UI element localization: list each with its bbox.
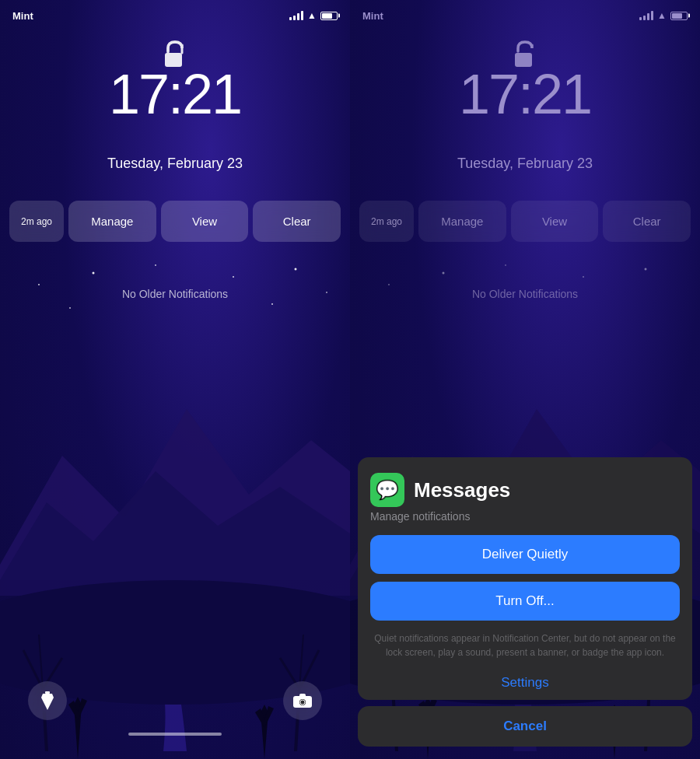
left-no-older-label: No Older Notifications xyxy=(122,288,228,300)
svg-point-19 xyxy=(155,264,156,266)
left-manage-button[interactable]: Manage xyxy=(68,201,156,242)
right-notif-row: 2m ago Manage View Clear xyxy=(359,201,691,242)
right-date-display: Tuesday, February 23 xyxy=(457,156,593,172)
left-phone-panel: Mint ▲ 17:21 Tuesday, February 23 xyxy=(0,0,350,759)
turn-off-button[interactable]: Turn Off... xyxy=(370,582,680,621)
right-view-button[interactable]: View xyxy=(511,201,599,242)
right-status-bar: Mint ▲ xyxy=(350,0,700,31)
left-wifi-icon: ▲ xyxy=(307,10,317,21)
svg-point-18 xyxy=(93,272,95,275)
svg-point-21 xyxy=(295,268,297,271)
right-carrier-label: Mint xyxy=(362,10,383,22)
right-phone-panel: Mint ▲ 17:21 Tuesday, February 23 2m ago xyxy=(350,0,700,759)
svg-point-46 xyxy=(388,284,390,285)
left-notification-area: 2m ago Manage View Clear xyxy=(9,201,341,242)
svg-point-49 xyxy=(583,276,584,278)
right-manage-button[interactable]: Manage xyxy=(418,201,506,242)
left-bottom-icons xyxy=(0,681,350,720)
left-clear-button[interactable]: Clear xyxy=(253,201,341,242)
popup-description: Quiet notifications appear in Notificati… xyxy=(370,625,680,666)
svg-point-24 xyxy=(271,303,273,305)
popup-app-title: Messages xyxy=(414,478,510,502)
right-wifi-icon: ▲ xyxy=(657,10,667,21)
manage-notification-popup: 💬 Messages Manage notifications Deliver … xyxy=(358,457,692,759)
cancel-button[interactable]: Cancel xyxy=(358,706,692,747)
svg-point-48 xyxy=(505,264,506,266)
messages-app-icon: 💬 xyxy=(370,473,404,507)
left-carrier-label: Mint xyxy=(12,10,33,22)
svg-point-50 xyxy=(645,268,647,271)
right-battery-icon xyxy=(670,12,688,20)
svg-point-20 xyxy=(233,276,234,278)
left-battery-icon xyxy=(320,12,338,20)
settings-link[interactable]: Settings xyxy=(370,666,680,695)
left-status-icons: ▲ xyxy=(289,10,338,21)
left-home-bar xyxy=(128,733,222,736)
left-date-display: Tuesday, February 23 xyxy=(107,156,243,172)
right-status-icons: ▲ xyxy=(639,10,688,21)
popup-main-container: 💬 Messages Manage notifications Deliver … xyxy=(358,457,692,700)
left-notif-time: 2m ago xyxy=(9,201,64,242)
svg-rect-26 xyxy=(45,691,50,694)
right-time-display: 17:21 xyxy=(459,62,591,126)
left-signal-icon xyxy=(289,11,303,20)
right-clear-button[interactable]: Clear xyxy=(603,201,691,242)
popup-subtitle: Manage notifications xyxy=(370,510,680,523)
right-notif-time: 2m ago xyxy=(359,201,414,242)
svg-point-47 xyxy=(443,272,445,275)
deliver-quietly-button[interactable]: Deliver Quietly xyxy=(370,535,680,574)
svg-point-22 xyxy=(326,292,327,293)
left-notif-row: 2m ago Manage View Clear xyxy=(9,201,341,242)
camera-button[interactable] xyxy=(283,681,322,720)
right-signal-icon xyxy=(639,11,653,20)
left-status-bar: Mint ▲ xyxy=(0,0,350,31)
left-time-display: 17:21 xyxy=(109,62,241,126)
svg-point-23 xyxy=(69,307,71,309)
svg-point-17 xyxy=(38,284,40,285)
left-view-button[interactable]: View xyxy=(161,201,249,242)
right-notification-area: 2m ago Manage View Clear xyxy=(359,201,691,242)
right-no-older-label: No Older Notifications xyxy=(472,288,578,300)
popup-header: 💬 Messages xyxy=(370,473,680,507)
svg-rect-28 xyxy=(299,694,306,698)
flashlight-button[interactable] xyxy=(28,681,67,720)
